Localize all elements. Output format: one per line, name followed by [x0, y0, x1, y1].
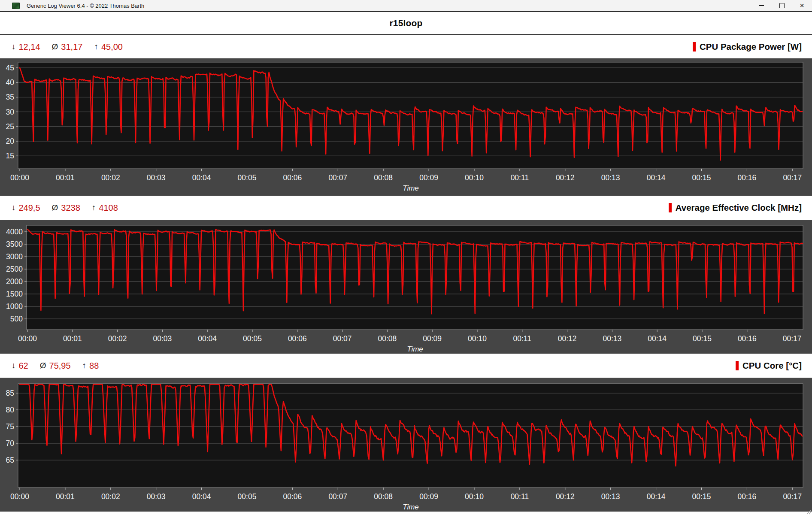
svg-text:35: 35: [6, 93, 14, 101]
svg-text:00:14: 00:14: [647, 173, 666, 182]
svg-text:00:07: 00:07: [328, 492, 347, 501]
up-arrow-icon: ↑: [94, 42, 98, 52]
stat-min: ↓ 12,14: [12, 42, 40, 52]
avg-value: 75,95: [49, 361, 71, 371]
stat-max: ↑ 88: [82, 361, 99, 371]
down-arrow-icon: ↓: [12, 361, 16, 370]
svg-text:70: 70: [6, 439, 15, 448]
series-label: CPU Package Power [W]: [700, 42, 802, 52]
chart-average-effective-clock[interactable]: 400035003000250020001500100050000:0000:0…: [0, 220, 812, 354]
stats-row-power: ↓ 12,14 Ø 31,17 ↑ 45,00 CPU Package Powe…: [0, 35, 812, 58]
series-color-icon: [693, 42, 696, 52]
stats-row-temp: ↓ 62 Ø 75,95 ↑ 88 CPU Core [°C]: [0, 354, 812, 378]
svg-text:00:12: 00:12: [558, 334, 577, 343]
min-value: 249,5: [19, 203, 40, 213]
svg-text:00:17: 00:17: [783, 173, 802, 182]
resize-grip[interactable]: [805, 509, 811, 515]
stat-min: ↓ 249,5: [12, 203, 40, 213]
maximize-button[interactable]: [772, 0, 792, 11]
min-value: 12,14: [19, 42, 40, 52]
max-value: 4108: [99, 203, 118, 213]
chart-canvas-2[interactable]: 858075706500:0000:0100:0200:0300:0400:05…: [0, 378, 812, 512]
max-value: 88: [89, 361, 99, 371]
svg-text:2500: 2500: [6, 265, 23, 273]
svg-text:00:14: 00:14: [647, 492, 666, 501]
svg-text:00:05: 00:05: [238, 173, 257, 182]
svg-text:00:00: 00:00: [10, 492, 29, 501]
svg-text:65: 65: [6, 456, 14, 464]
stat-max: ↑ 45,00: [94, 42, 123, 52]
svg-text:00:00: 00:00: [10, 173, 29, 182]
svg-text:00:09: 00:09: [419, 492, 438, 501]
svg-text:00:09: 00:09: [419, 173, 438, 182]
svg-text:75: 75: [6, 422, 14, 431]
svg-text:00:15: 00:15: [692, 492, 711, 501]
stat-avg: Ø 31,17: [52, 42, 83, 52]
svg-text:00:16: 00:16: [738, 334, 757, 343]
down-arrow-icon: ↓: [12, 42, 16, 52]
svg-text:3500: 3500: [6, 240, 23, 248]
close-button[interactable]: ✕: [792, 0, 812, 11]
svg-text:00:15: 00:15: [693, 334, 712, 343]
svg-text:00:16: 00:16: [738, 173, 757, 182]
svg-text:00:01: 00:01: [56, 492, 75, 501]
series-label: Average Effective Clock [MHz]: [676, 203, 802, 213]
svg-text:00:03: 00:03: [147, 492, 166, 501]
svg-text:00:11: 00:11: [511, 173, 529, 182]
up-arrow-icon: ↑: [82, 361, 87, 370]
svg-text:00:13: 00:13: [601, 173, 620, 182]
series-color-icon: [669, 203, 672, 212]
time-axis-label: Time: [403, 184, 419, 192]
time-axis-label: Time: [407, 345, 423, 353]
avg-value: 3238: [61, 203, 80, 213]
svg-text:80: 80: [6, 406, 15, 414]
svg-text:00:11: 00:11: [513, 334, 532, 343]
app-icon: [12, 3, 20, 9]
svg-text:00:06: 00:06: [283, 173, 302, 182]
svg-text:500: 500: [10, 315, 23, 323]
chart-cpu-package-power[interactable]: 4540353025201500:0000:0100:0200:0300:040…: [0, 58, 812, 196]
svg-text:00:17: 00:17: [783, 334, 802, 343]
svg-text:00:15: 00:15: [692, 173, 711, 182]
svg-text:45: 45: [6, 64, 14, 72]
average-icon: Ø: [52, 42, 58, 52]
chart-canvas-0[interactable]: 4540353025201500:0000:0100:0200:0300:040…: [0, 58, 812, 196]
chart-canvas-1[interactable]: 400035003000250020001500100050000:0000:0…: [0, 220, 812, 354]
svg-text:00:00: 00:00: [18, 334, 37, 343]
svg-text:00:08: 00:08: [374, 173, 393, 182]
minimize-button[interactable]: [751, 0, 772, 11]
average-icon: Ø: [52, 203, 58, 212]
svg-text:15: 15: [6, 151, 14, 160]
window-title: Generic Log Viewer 6.4 - © 2022 Thomas B…: [27, 3, 144, 9]
stat-max: ↑ 4108: [92, 203, 118, 213]
svg-text:00:14: 00:14: [648, 334, 667, 343]
up-arrow-icon: ↑: [92, 203, 96, 212]
chart-cpu-core-temp[interactable]: 858075706500:0000:0100:0200:0300:0400:05…: [0, 378, 812, 512]
svg-text:4000: 4000: [6, 227, 23, 236]
svg-text:00:10: 00:10: [465, 492, 484, 501]
titlebar: Generic Log Viewer 6.4 - © 2022 Thomas B…: [0, 0, 812, 12]
svg-text:00:08: 00:08: [378, 334, 397, 343]
svg-text:25: 25: [6, 122, 14, 131]
series-badge-power: CPU Package Power [W]: [693, 42, 802, 52]
svg-text:00:02: 00:02: [101, 492, 120, 501]
svg-text:00:10: 00:10: [465, 173, 484, 182]
svg-text:1500: 1500: [6, 290, 23, 298]
window-controls: ✕: [751, 0, 812, 11]
stats-row-clock: ↓ 249,5 Ø 3238 ↑ 4108 Average Effective …: [0, 196, 812, 220]
svg-text:00:07: 00:07: [333, 334, 352, 343]
series-label: CPU Core [°C]: [742, 360, 802, 371]
svg-text:00:16: 00:16: [738, 492, 757, 501]
svg-text:00:05: 00:05: [238, 492, 257, 501]
svg-text:30: 30: [6, 108, 15, 116]
svg-text:00:08: 00:08: [374, 492, 393, 501]
svg-text:00:06: 00:06: [288, 334, 307, 343]
series-badge-temp: CPU Core [°C]: [736, 360, 802, 371]
svg-text:00:04: 00:04: [198, 334, 217, 343]
svg-text:00:12: 00:12: [556, 492, 575, 501]
svg-text:00:02: 00:02: [101, 173, 120, 182]
average-icon: Ø: [40, 361, 46, 370]
maximize-icon: [779, 3, 785, 8]
svg-text:00:02: 00:02: [108, 334, 127, 343]
svg-text:20: 20: [6, 137, 15, 145]
